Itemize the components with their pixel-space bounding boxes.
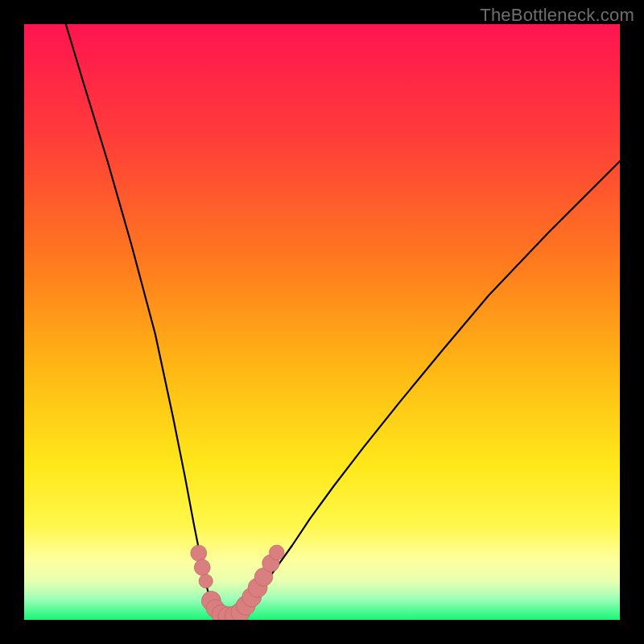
- data-marker: [269, 545, 284, 560]
- data-markers: [191, 545, 284, 620]
- chart-frame: TheBottleneck.com: [0, 0, 644, 644]
- curve-right-branch: [238, 161, 620, 616]
- data-marker: [199, 574, 213, 588]
- curve-layer: [24, 24, 620, 620]
- watermark-text: TheBottleneck.com: [480, 5, 634, 26]
- plot-area: [24, 24, 620, 620]
- curve-left-branch: [66, 24, 220, 617]
- data-marker: [194, 559, 210, 576]
- data-marker: [191, 545, 207, 561]
